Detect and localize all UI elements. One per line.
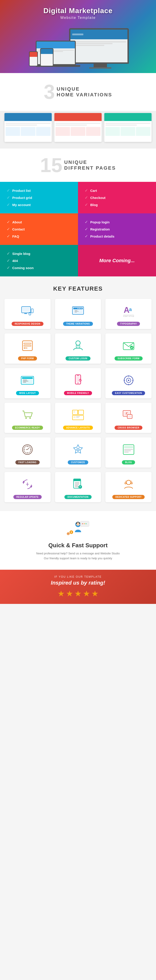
support-title: Quick & Fast Support xyxy=(5,542,151,549)
svg-rect-33 xyxy=(23,382,26,383)
unique-home-line2: HOME VARIATIONS xyxy=(56,92,112,98)
more-coming-text: More Coming... xyxy=(100,258,135,264)
support-section: $ $ Quick & Fast Support Need profession… xyxy=(0,511,156,570)
svg-point-97 xyxy=(85,523,87,524)
variation-3 xyxy=(104,113,151,142)
subscribe-icon xyxy=(121,338,137,353)
svg-point-40 xyxy=(128,380,129,381)
feature-mobile: MOBILE FRIENDLY xyxy=(55,368,101,398)
variation-1 xyxy=(5,113,52,142)
page-item-faq: ✓ FAQ xyxy=(7,234,71,239)
svg-rect-71 xyxy=(124,449,133,450)
star-5: ★ xyxy=(92,589,98,598)
svg-point-86 xyxy=(126,480,131,485)
svg-text:a: a xyxy=(129,307,132,312)
feature-crossbrowser: CROSS BROWSER xyxy=(105,403,151,433)
feature-fast: FAST LOADING xyxy=(5,438,51,468)
easy-icon xyxy=(121,372,137,388)
svg-point-91 xyxy=(76,523,77,524)
variations-preview xyxy=(0,111,156,148)
support-text: Need professional help? Send us a messag… xyxy=(34,551,122,561)
feature-badge-login: CUSTOM LOGIN xyxy=(66,356,90,361)
feature-badge-typography: TYPOGRAPHY xyxy=(117,322,140,326)
svg-point-68 xyxy=(77,449,79,450)
rating-cta: IF YOU LIKE OUR TEMPLATE xyxy=(5,575,151,578)
pages-cell-2: ✓ Cart ✓ Checkout ✓ Blog xyxy=(78,182,156,213)
svg-rect-83 xyxy=(75,487,79,487)
svg-rect-73 xyxy=(124,452,129,452)
svg-point-95 xyxy=(82,523,83,524)
feature-badge-fast: FAST LOADING xyxy=(15,460,39,465)
feature-php: SEND PHP FORM xyxy=(5,334,51,364)
feature-easy: EASY CUSTOMIZATION xyxy=(105,368,151,398)
svg-text:?: ? xyxy=(79,486,81,488)
svg-rect-31 xyxy=(23,380,27,380)
stars-row: ★ ★ ★ ★ ★ xyxy=(5,589,151,598)
svg-text:$: $ xyxy=(71,531,72,533)
svg-point-45 xyxy=(26,417,27,419)
page-item-registration: ✓ Registration xyxy=(85,227,149,232)
feature-badge-subscribe: SUBSCRIBE FORM xyxy=(114,356,143,361)
blog-icon xyxy=(121,442,137,457)
features-title: KEY FEATURES xyxy=(5,285,151,292)
svg-point-27 xyxy=(130,346,133,349)
wide-icon xyxy=(19,372,35,388)
feature-blog: BLOG xyxy=(105,438,151,468)
login-icon xyxy=(70,338,86,353)
customize-icon xyxy=(70,442,86,457)
responsive-icon xyxy=(19,303,35,319)
unique-pages-section: 15 UNIQUE DIFFRENT PAGES xyxy=(0,148,156,182)
feature-badge-doc: DOCUMENTATION xyxy=(64,495,92,499)
feature-badge-wide: WIDE LAYOUT xyxy=(16,391,39,395)
pages-grid: ✓ Product list ✓ Product grid ✓ My accou… xyxy=(0,182,156,277)
page-item-cart: ✓ Cart xyxy=(85,188,149,193)
feature-badge-responsive: RESPONSIVE DESIGN xyxy=(11,322,43,326)
page-item-product-grid: ✓ Product grid xyxy=(7,195,71,200)
feature-customize: CUSTOMIZE xyxy=(55,438,101,468)
variation-2 xyxy=(55,113,101,142)
svg-rect-19 xyxy=(24,343,31,344)
svg-rect-49 xyxy=(78,410,84,415)
pages-cell-4: ✓ Popup login ✓ Registration ✓ Product d… xyxy=(78,213,156,245)
feature-badge-mobile: MOBILE FRIENDLY xyxy=(64,391,92,395)
page-item-checkout: ✓ Checkout xyxy=(85,195,149,200)
svg-rect-51 xyxy=(73,411,75,413)
svg-rect-81 xyxy=(75,484,79,484)
svg-point-36 xyxy=(77,383,79,383)
page-item-about: ✓ About xyxy=(7,220,71,224)
page-item-product-details: ✓ Product details xyxy=(85,234,149,239)
svg-rect-82 xyxy=(75,485,78,486)
unique-home-section: 3 UNIQUE HOME VARIATIONS xyxy=(0,73,156,111)
unique-home-line1: UNIQUE xyxy=(56,86,112,92)
feature-badge-support: DEDICATED SUPPORT xyxy=(112,495,145,499)
star-2: ★ xyxy=(66,589,73,598)
features-section: KEY FEATURES RESPONSIVE DESIGN xyxy=(0,277,156,511)
star-4: ★ xyxy=(83,589,90,598)
svg-point-10 xyxy=(81,308,82,309)
features-grid: RESPONSIVE DESIGN THEME VARIATIONS xyxy=(5,299,151,502)
svg-marker-94 xyxy=(80,527,82,528)
svg-line-65 xyxy=(27,448,29,450)
phone-device xyxy=(29,51,38,66)
page-item-product-list: ✓ Product list xyxy=(7,188,71,193)
unique-pages-line2: DIFFRENT PAGES xyxy=(64,165,116,171)
svg-rect-93 xyxy=(80,521,89,527)
feature-responsive: RESPONSIVE DESIGN xyxy=(5,299,51,329)
header-subtitle: Website Template xyxy=(5,16,151,20)
unique-home-number: 3 xyxy=(44,82,55,102)
svg-rect-79 xyxy=(74,479,81,481)
svg-point-46 xyxy=(29,417,31,419)
svg-rect-32 xyxy=(23,381,28,382)
unique-pages-number: 15 xyxy=(40,155,63,175)
svg-rect-80 xyxy=(75,482,79,483)
mobile-icon xyxy=(70,372,86,388)
feature-badge-update: REGULAR UPDATE xyxy=(13,495,42,499)
header-section: Digital Marketplace Website Template xyxy=(0,0,156,73)
star-3: ★ xyxy=(74,589,82,598)
feature-badge-php: PHP FORM xyxy=(18,356,37,361)
feature-badge-blog: BLOG xyxy=(122,460,135,465)
svg-point-96 xyxy=(84,523,85,524)
feature-support: DEDICATED SUPPORT xyxy=(105,472,151,502)
ecommerce-icon xyxy=(19,407,35,423)
feature-advance: ADVANCE LAYOUTS xyxy=(55,403,101,433)
